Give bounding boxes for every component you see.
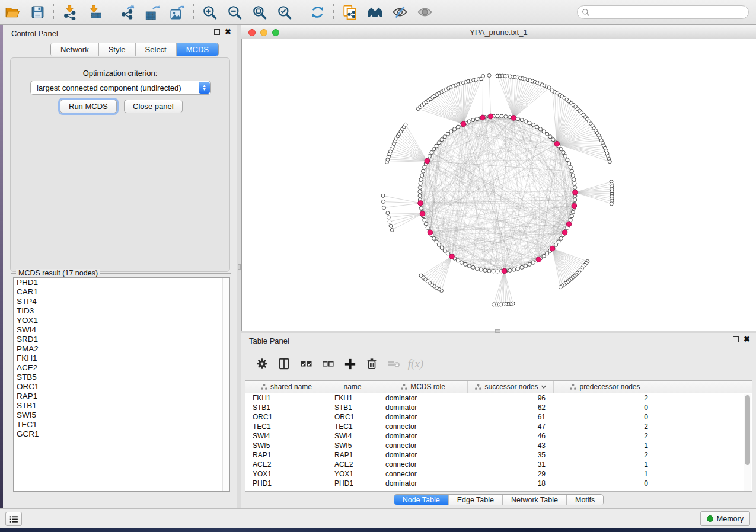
close-panel-button[interactable]: Close panel: [124, 100, 183, 113]
network-view-canvas[interactable]: [241, 39, 756, 331]
mcds-result-item[interactable]: PHD1: [14, 278, 229, 287]
mcds-hub-node[interactable]: [420, 211, 425, 217]
mcds-result-item[interactable]: RAP1: [14, 392, 229, 401]
new-network-from-selection-button[interactable]: [339, 2, 361, 23]
mcds-result-item[interactable]: FKH1: [14, 354, 229, 363]
mcds-result-item[interactable]: TEC1: [14, 420, 229, 430]
task-history-button[interactable]: [5, 512, 22, 526]
scrollbar-thumb[interactable]: [745, 395, 750, 465]
float-panel-icon[interactable]: [733, 336, 739, 342]
deselect-all-button[interactable]: [319, 355, 337, 373]
table-scrollbar[interactable]: [744, 394, 751, 491]
select-all-button[interactable]: [297, 355, 315, 373]
zoom-in-button[interactable]: [199, 2, 221, 23]
add-column-button[interactable]: [341, 355, 359, 373]
run-mcds-button[interactable]: Run MCDS: [60, 100, 117, 113]
mcds-hub-node[interactable]: [488, 114, 493, 119]
tab-mcds[interactable]: MCDS: [177, 43, 218, 56]
zoom-selected-button[interactable]: [274, 2, 295, 23]
tab-network-table[interactable]: Network Table: [503, 495, 567, 505]
tab-node-table[interactable]: Node Table: [394, 495, 449, 505]
float-panel-icon[interactable]: [214, 29, 220, 35]
mcds-result-item[interactable]: STB5: [14, 373, 229, 382]
refresh-layout-button[interactable]: [307, 2, 328, 23]
mcds-result-item[interactable]: STB1: [14, 401, 229, 411]
table-row[interactable]: SWI4SWI4dominator462: [245, 431, 752, 441]
table-row[interactable]: STB1STB1dominator620: [245, 403, 752, 412]
delete-table-button[interactable]: [385, 355, 403, 373]
mcds-hub-node[interactable]: [572, 203, 577, 209]
gear-button[interactable]: [253, 355, 271, 373]
mcds-hub-node[interactable]: [428, 230, 433, 235]
tab-select[interactable]: Select: [136, 43, 177, 56]
tab-edge-table[interactable]: Edge Table: [449, 495, 503, 505]
mcds-hub-node[interactable]: [449, 254, 455, 259]
mcds-hub-node[interactable]: [566, 222, 572, 227]
mcds-hub-node[interactable]: [550, 246, 555, 251]
import-table-button[interactable]: [84, 2, 106, 23]
search-box[interactable]: [577, 5, 749, 19]
export-network-button[interactable]: [117, 2, 138, 23]
memory-button[interactable]: Memory: [700, 511, 750, 526]
tab-style[interactable]: Style: [99, 43, 136, 56]
column-header-shared-name[interactable]: shared name: [245, 381, 327, 393]
network-window-titlebar[interactable]: YPA_prune.txt_1: [241, 25, 756, 39]
mcds-result-item[interactable]: SRD1: [14, 335, 229, 344]
search-input[interactable]: [592, 8, 748, 17]
mcds-hub-node[interactable]: [461, 121, 466, 127]
show-all-button[interactable]: [414, 2, 435, 23]
column-header-mcds-role[interactable]: MCDS role: [378, 381, 468, 393]
delete-button[interactable]: [363, 355, 381, 373]
mcds-hub-node[interactable]: [425, 158, 430, 164]
table-row[interactable]: FKH1FKH1dominator962: [245, 393, 752, 403]
export-table-button[interactable]: [142, 2, 163, 23]
table-row[interactable]: TEC1TEC1connector472: [245, 422, 752, 431]
export-image-button[interactable]: [167, 2, 188, 23]
table-row[interactable]: PHD1PHD1dominator180: [245, 479, 752, 488]
mcds-hub-node[interactable]: [573, 190, 578, 195]
table-row[interactable]: YOX1YOX1connector291: [245, 469, 752, 479]
mcds-hub-node[interactable]: [502, 268, 507, 274]
mcds-result-list[interactable]: PHD1CAR1STP4TID3YOX1SWI4SRD1PMA2FKH1ACE2…: [13, 277, 230, 492]
column-header-successor-nodes[interactable]: successor nodes: [468, 381, 554, 393]
mcds-result-item[interactable]: GCR1: [14, 430, 229, 439]
table-row[interactable]: ORC1ORC1dominator610: [245, 412, 752, 422]
import-network-button[interactable]: [59, 2, 81, 23]
zoom-out-button[interactable]: [224, 2, 245, 23]
mcds-result-item[interactable]: STP4: [14, 297, 229, 306]
close-panel-icon[interactable]: ✖: [744, 336, 750, 342]
zoom-fit-button[interactable]: [249, 2, 270, 23]
table-row[interactable]: RAP1RAP1dominator352: [245, 450, 752, 460]
mcds-list-scrollbar[interactable]: [222, 278, 229, 491]
tab-motifs[interactable]: Motifs: [567, 495, 603, 505]
splitter-handle[interactable]: [238, 264, 241, 270]
mcds-hub-node[interactable]: [418, 201, 423, 206]
close-panel-icon[interactable]: ✖: [225, 29, 231, 35]
vertical-splitter[interactable]: [237, 25, 241, 508]
table-row[interactable]: ACE2ACE2connector311: [245, 460, 752, 469]
open-file-button[interactable]: [2, 2, 23, 23]
mcds-result-item[interactable]: ORC1: [14, 382, 229, 392]
mcds-hub-node[interactable]: [480, 115, 486, 120]
mcds-result-item[interactable]: SWI5: [14, 411, 229, 420]
mcds-hub-node[interactable]: [511, 116, 516, 121]
columns-button[interactable]: [275, 355, 293, 373]
function-builder-button[interactable]: f(x): [407, 355, 425, 373]
mcds-result-item[interactable]: CAR1: [14, 287, 229, 297]
tab-network[interactable]: Network: [51, 43, 99, 56]
mcds-result-item[interactable]: ACE2: [14, 363, 229, 373]
mcds-hub-node[interactable]: [554, 141, 560, 146]
save-session-button[interactable]: [27, 2, 48, 23]
mcds-hub-node[interactable]: [536, 257, 541, 262]
column-header-predecessor-nodes[interactable]: predecessor nodes: [554, 381, 656, 393]
first-neighbors-button[interactable]: [364, 2, 385, 23]
mcds-hub-node[interactable]: [562, 230, 567, 235]
mcds-result-item[interactable]: PMA2: [14, 344, 229, 354]
mcds-result-item[interactable]: SWI4: [14, 325, 229, 335]
hide-selected-button[interactable]: [389, 2, 410, 23]
mcds-result-item[interactable]: TID3: [14, 306, 229, 316]
optimization-criterion-select[interactable]: largest connected component (undirected)…: [30, 81, 211, 95]
mcds-result-item[interactable]: YOX1: [14, 316, 229, 325]
column-header-name[interactable]: name: [327, 381, 378, 393]
table-row[interactable]: SWI5SWI5connector431: [245, 441, 752, 450]
